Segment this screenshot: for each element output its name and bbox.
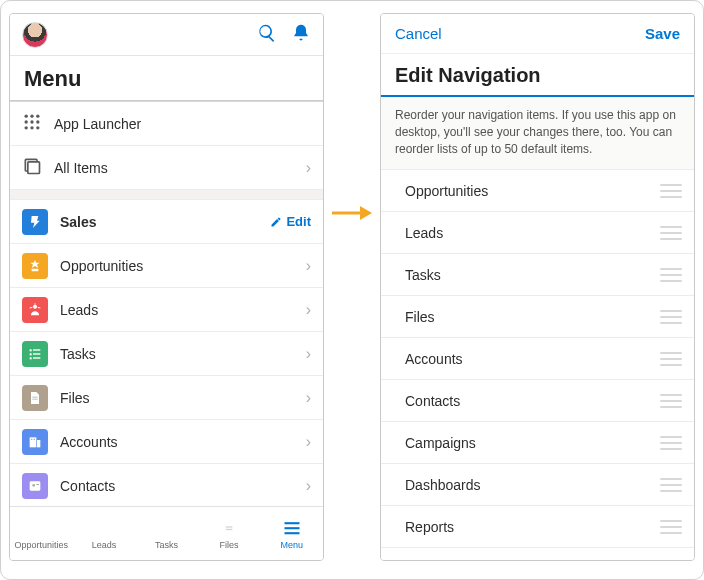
row-label: Sales bbox=[60, 214, 258, 230]
tab-label: Leads bbox=[92, 540, 117, 550]
reorder-item-label: Accounts bbox=[405, 351, 648, 367]
drag-handle-icon[interactable] bbox=[660, 310, 682, 324]
row-label: All Items bbox=[54, 160, 294, 176]
search-icon[interactable] bbox=[257, 23, 277, 47]
avatar[interactable] bbox=[22, 22, 48, 48]
menu-list[interactable]: App Launcher All Items › Sales Edit bbox=[10, 102, 323, 506]
reorder-item-label: Contacts bbox=[405, 393, 648, 409]
leads-icon bbox=[22, 297, 48, 323]
nav-item-label: Leads bbox=[60, 302, 294, 318]
grid-icon bbox=[22, 112, 42, 135]
tab-opportunities[interactable]: Opportunities bbox=[10, 507, 73, 560]
svg-point-8 bbox=[36, 126, 39, 129]
nav-item-label: Contacts bbox=[60, 478, 294, 494]
nav-item-opportunities[interactable]: Opportunities› bbox=[10, 244, 323, 288]
reorder-item-label: Reports bbox=[405, 519, 648, 535]
drag-handle-icon[interactable] bbox=[660, 394, 682, 408]
chevron-right-icon: › bbox=[306, 345, 311, 363]
save-button[interactable]: Save bbox=[645, 25, 680, 42]
svg-point-6 bbox=[25, 126, 28, 129]
nav-item-accounts[interactable]: Accounts› bbox=[10, 420, 323, 464]
row-sales-app[interactable]: Sales Edit bbox=[10, 200, 323, 244]
chevron-right-icon: › bbox=[306, 477, 311, 495]
reorder-item-contacts[interactable]: Contacts bbox=[381, 380, 694, 422]
bell-icon[interactable] bbox=[291, 23, 311, 47]
svg-point-2 bbox=[36, 115, 39, 118]
tab-tasks[interactable]: Tasks bbox=[135, 507, 198, 560]
arrow-icon bbox=[332, 13, 372, 223]
reorder-item-accounts[interactable]: Accounts bbox=[381, 338, 694, 380]
row-app-launcher[interactable]: App Launcher bbox=[10, 102, 323, 146]
files-icon bbox=[22, 385, 48, 411]
nav-item-label: Files bbox=[60, 390, 294, 406]
reorder-list[interactable]: OpportunitiesLeadsTasksFilesAccountsCont… bbox=[381, 170, 694, 560]
tab-leads[interactable]: Leads bbox=[73, 507, 136, 560]
reorder-item-opportunities[interactable]: Opportunities bbox=[381, 170, 694, 212]
reorder-item-campaigns[interactable]: Campaigns bbox=[381, 422, 694, 464]
edit-header: Cancel Save bbox=[381, 14, 694, 54]
tab-label: Menu bbox=[280, 540, 303, 550]
tasks-icon bbox=[22, 341, 48, 367]
chevron-right-icon: › bbox=[306, 389, 311, 407]
chevron-right-icon: › bbox=[306, 257, 311, 275]
nav-item-label: Accounts bbox=[60, 434, 294, 450]
menu-screen: Menu App Launcher All Items › bbox=[9, 13, 324, 561]
reorder-item-files[interactable]: Files bbox=[381, 296, 694, 338]
reorder-item-tasks[interactable]: Tasks bbox=[381, 254, 694, 296]
reorder-item-label: Dashboards bbox=[405, 477, 648, 493]
tab-label: Opportunities bbox=[15, 540, 69, 550]
bottom-tabbar: OpportunitiesLeadsTasksFilesMenu bbox=[10, 506, 323, 560]
reorder-item-label: Tasks bbox=[405, 267, 648, 283]
chevron-right-icon: › bbox=[306, 159, 311, 177]
page-title: Menu bbox=[24, 66, 309, 92]
nav-item-label: Tasks bbox=[60, 346, 294, 362]
opportunities-icon bbox=[22, 253, 48, 279]
svg-point-7 bbox=[30, 126, 33, 129]
topbar bbox=[10, 14, 323, 56]
tab-files[interactable]: Files bbox=[198, 507, 261, 560]
edit-title-row: Edit Navigation bbox=[381, 54, 694, 95]
help-text: Reorder your navigation items. If you us… bbox=[381, 97, 694, 170]
drag-handle-icon[interactable] bbox=[660, 184, 682, 198]
nav-item-leads[interactable]: Leads› bbox=[10, 288, 323, 332]
drag-handle-icon[interactable] bbox=[660, 352, 682, 366]
accounts-icon bbox=[22, 429, 48, 455]
nav-item-files[interactable]: Files› bbox=[10, 376, 323, 420]
reorder-item-label: Leads bbox=[405, 225, 648, 241]
reorder-item-label: Files bbox=[405, 309, 648, 325]
page-title-row: Menu bbox=[10, 56, 323, 100]
chevron-right-icon: › bbox=[306, 433, 311, 451]
edit-navigation-screen: Cancel Save Edit Navigation Reorder your… bbox=[380, 13, 695, 561]
svg-point-0 bbox=[25, 115, 28, 118]
drag-handle-icon[interactable] bbox=[660, 478, 682, 492]
reorder-item-dashboards[interactable]: Dashboards bbox=[381, 464, 694, 506]
nav-item-label: Opportunities bbox=[60, 258, 294, 274]
reorder-item-label: Opportunities bbox=[405, 183, 648, 199]
contacts-icon bbox=[22, 473, 48, 499]
edit-link[interactable]: Edit bbox=[270, 214, 311, 229]
svg-point-3 bbox=[25, 120, 28, 123]
svg-point-4 bbox=[30, 120, 33, 123]
sales-icon bbox=[22, 209, 48, 235]
svg-rect-10 bbox=[28, 162, 40, 174]
nav-item-tasks[interactable]: Tasks› bbox=[10, 332, 323, 376]
stack-icon bbox=[22, 156, 42, 179]
cancel-button[interactable]: Cancel bbox=[395, 25, 442, 42]
tab-menu[interactable]: Menu bbox=[260, 507, 323, 560]
drag-handle-icon[interactable] bbox=[660, 268, 682, 282]
nav-item-contacts[interactable]: Contacts› bbox=[10, 464, 323, 506]
reorder-item-reports[interactable]: Reports bbox=[381, 506, 694, 548]
edit-title: Edit Navigation bbox=[395, 64, 680, 87]
svg-point-1 bbox=[30, 115, 33, 118]
reorder-item-chatter[interactable]: Chatter bbox=[381, 548, 694, 560]
drag-handle-icon[interactable] bbox=[660, 436, 682, 450]
drag-handle-icon[interactable] bbox=[660, 520, 682, 534]
tab-label: Tasks bbox=[155, 540, 178, 550]
tab-label: Files bbox=[220, 540, 239, 550]
row-label: App Launcher bbox=[54, 116, 311, 132]
reorder-item-leads[interactable]: Leads bbox=[381, 212, 694, 254]
drag-handle-icon[interactable] bbox=[660, 226, 682, 240]
svg-point-5 bbox=[36, 120, 39, 123]
reorder-item-label: Campaigns bbox=[405, 435, 648, 451]
row-all-items[interactable]: All Items › bbox=[10, 146, 323, 190]
